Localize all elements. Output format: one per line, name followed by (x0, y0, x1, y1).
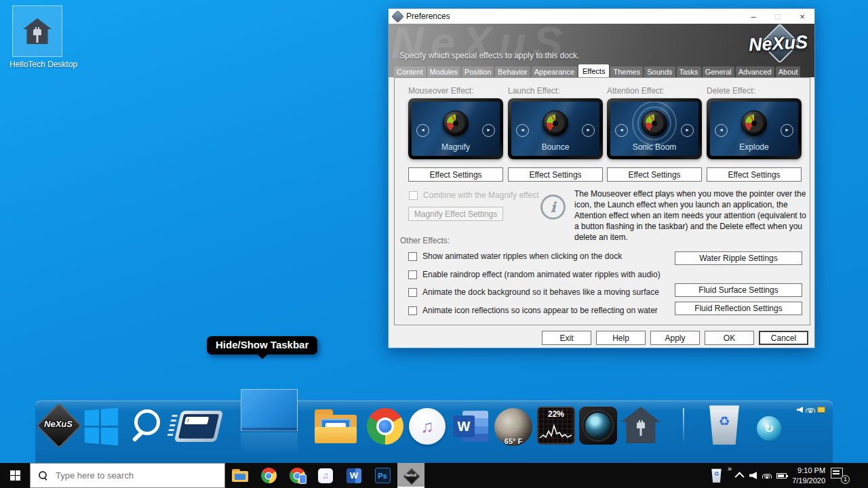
mouseover-effect-settings-button[interactable]: Effect Settings (408, 167, 503, 182)
dock-file-explorer-icon[interactable] (315, 409, 357, 443)
delete-effect-preview[interactable]: ◂ ▸ Explode (707, 98, 802, 159)
taskbar-word[interactable]: W (340, 463, 368, 488)
prev-effect-arrow[interactable]: ◂ (416, 124, 429, 137)
tab-effects[interactable]: Effects (578, 64, 609, 77)
tab-behavior[interactable]: Behavior (495, 66, 530, 77)
cancel-button[interactable]: Cancel (759, 331, 808, 345)
ok-button[interactable]: OK (705, 331, 754, 345)
notification-badge: 1 (841, 475, 850, 484)
start-button[interactable] (0, 463, 30, 488)
taskbar-chrome[interactable] (255, 463, 282, 488)
dock-itunes-icon[interactable]: ♫ (409, 408, 446, 445)
exit-button[interactable]: Exit (542, 331, 591, 345)
tray-recycle-icon[interactable]: ♻ (711, 468, 722, 483)
taskbar-itunes[interactable]: ♫ (312, 463, 339, 488)
taskbar-search[interactable] (30, 463, 225, 488)
tray-volume-icon[interactable] (749, 472, 757, 479)
water-ripples-checkbox-row: Show animated water ripples when clickin… (408, 251, 622, 261)
moving-surface-checkbox-row: Animate the dock background so it behave… (408, 287, 659, 297)
dock-refresh-orb-icon[interactable]: ↻ (757, 416, 781, 441)
overflow-chevron-icon[interactable]: » (728, 464, 732, 472)
raindrop-checkbox-row: Enable raindrop effect (random animated … (408, 270, 660, 279)
taskbar-clock[interactable]: 9:10 PM 7/19/2020 (792, 466, 825, 485)
next-effect-arrow[interactable]: ▸ (582, 124, 595, 137)
nexus-logo: NeXuS (747, 25, 809, 63)
dock-windows-start-icon[interactable] (85, 408, 118, 445)
dock-nexus-icon[interactable]: NeXuS (39, 405, 78, 445)
taskbar-chrome-device[interactable] (283, 463, 311, 488)
nexus-watermark: NeXuS (391, 24, 570, 68)
magnify-effect-settings-button[interactable]: Magnify Effect Settings (408, 207, 503, 221)
prev-effect-arrow[interactable]: ◂ (615, 124, 628, 137)
camera-lens-icon (583, 411, 613, 441)
delete-effect-settings-button[interactable]: Effect Settings (707, 167, 802, 182)
house-plug-icon (621, 407, 660, 443)
next-effect-arrow[interactable]: ▸ (681, 124, 694, 137)
minimize-button[interactable]: – (741, 9, 766, 24)
other-effects-heading: Other Effects: (400, 236, 450, 245)
nexus-dock: NeXuS I ♫ W 65° F 22% (35, 401, 833, 464)
next-effect-arrow[interactable]: ▸ (482, 124, 495, 137)
taskbar-nexus-active[interactable]: NeXuS (397, 463, 425, 488)
dialog-titlebar[interactable]: Preferences – □ × (389, 9, 814, 24)
tray-battery-icon[interactable] (776, 473, 787, 479)
tab-content[interactable]: Content (394, 66, 426, 77)
show-hidden-icons-chevron[interactable] (735, 472, 745, 481)
photoshop-icon: Ps (375, 468, 391, 483)
dock-weather-moon-icon[interactable]: 65° F (494, 408, 532, 446)
prev-effect-arrow[interactable]: ◂ (516, 124, 529, 137)
water-ripple-settings-button[interactable]: Water Ripple Settings (675, 251, 802, 265)
dock-search-icon[interactable] (129, 408, 164, 443)
show-desktop-reflection (241, 432, 298, 455)
tab-themes[interactable]: Themes (610, 66, 643, 77)
tab-modules[interactable]: Modules (427, 66, 461, 77)
tab-bar: Content Modules Position Behavior Appear… (394, 64, 800, 77)
water-ripples-checkbox[interactable] (408, 252, 417, 261)
fluid-reflection-settings-button[interactable]: Fluid Reflection Settings (675, 302, 802, 315)
tab-advanced[interactable]: Advanced (736, 66, 774, 77)
tab-tasks[interactable]: Tasks (677, 66, 701, 77)
dock-recycle-bin-icon[interactable]: ♻ (707, 404, 742, 445)
hellotech-tile[interactable] (12, 5, 62, 57)
close-button[interactable]: × (790, 9, 814, 24)
attention-effect-preview[interactable]: ◂ ▸ Sonic Boom (607, 98, 702, 159)
icon-reflections-checkbox[interactable] (408, 306, 417, 315)
tab-sounds[interactable]: Sounds (644, 66, 675, 77)
weather-temperature: 65° F (494, 437, 532, 445)
search-input[interactable] (54, 470, 206, 481)
tab-position[interactable]: Position (462, 66, 494, 77)
dock-chrome-icon[interactable] (367, 408, 403, 445)
dock-cpu-meter-icon[interactable]: 22% (537, 407, 575, 445)
tab-about[interactable]: About (776, 66, 801, 77)
taskbar-file-explorer[interactable] (226, 463, 254, 488)
tab-appearance[interactable]: Appearance (532, 66, 577, 77)
attention-effect-label: Attention Effect: (607, 86, 665, 96)
action-center-button[interactable]: 1 (831, 468, 850, 484)
tray-network-icon[interactable] (762, 472, 771, 479)
launch-effect-preview[interactable]: ◂ ▸ Bounce (508, 98, 603, 159)
dock-divider (683, 408, 684, 442)
help-button[interactable]: Help (596, 331, 646, 345)
attention-effect-settings-button[interactable]: Effect Settings (607, 167, 702, 182)
fluid-surface-settings-button[interactable]: Fluid Surface Settings (675, 283, 802, 297)
next-effect-arrow[interactable]: ▸ (781, 124, 793, 137)
apply-button[interactable]: Apply (650, 331, 700, 345)
combine-magnify-checkbox-row: Combine with the Magnify effect (409, 190, 539, 200)
combine-magnify-checkbox[interactable] (409, 191, 418, 200)
clock-time: 9:10 PM (792, 466, 825, 475)
dock-hellotech-icon[interactable] (621, 407, 660, 443)
dock-show-desktop-icon[interactable] (241, 389, 298, 431)
dock-word-icon[interactable]: W (453, 409, 488, 443)
clock-date: 7/19/2020 (792, 476, 825, 485)
raindrop-checkbox[interactable] (408, 270, 417, 279)
moving-surface-checkbox[interactable] (408, 288, 417, 297)
prev-effect-arrow[interactable]: ◂ (715, 124, 728, 137)
mouseover-effect-preview[interactable]: ◂ ▸ Magnify (408, 98, 503, 159)
dock-run-icon[interactable]: I (174, 411, 224, 442)
launch-effect-settings-button[interactable]: Effect Settings (508, 167, 603, 182)
folder-icon (232, 469, 248, 482)
taskbar-photoshop[interactable]: Ps (369, 463, 396, 488)
chrome-icon (261, 468, 277, 483)
tab-general[interactable]: General (703, 66, 734, 77)
dock-camera-icon[interactable] (579, 407, 617, 445)
